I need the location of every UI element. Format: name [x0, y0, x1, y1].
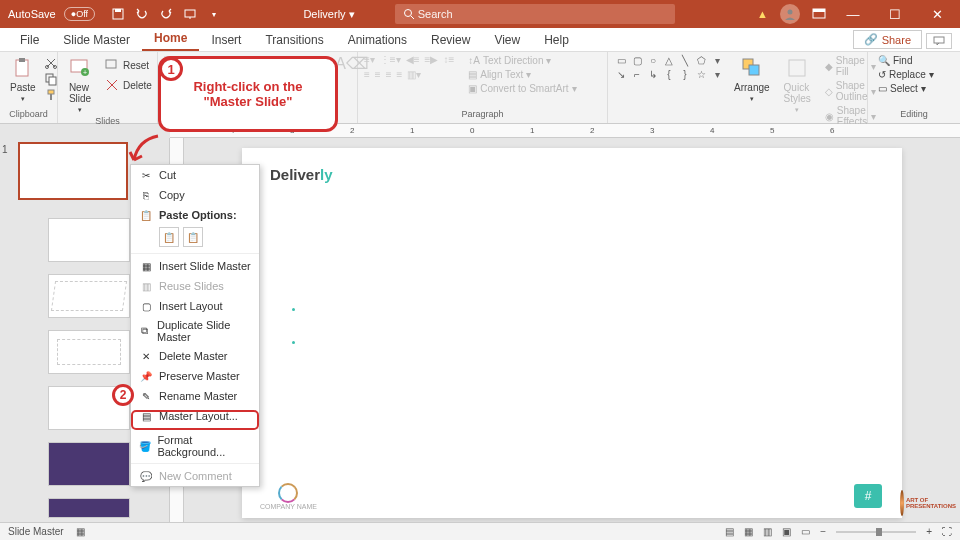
normal-view-icon[interactable]: ▦ [744, 526, 753, 537]
zoom-in-button[interactable]: + [926, 526, 932, 537]
ctx-insert-slide-master[interactable]: ▦Insert Slide Master [131, 256, 259, 276]
tab-file[interactable]: File [8, 29, 51, 51]
text-direction-button[interactable]: ↕AText Direction ▾ [464, 54, 580, 67]
master-layout-icon: ▤ [139, 409, 153, 423]
start-slideshow-icon[interactable] [183, 7, 197, 21]
slideshow-view-icon[interactable]: ▭ [801, 526, 810, 537]
fit-window-button[interactable]: ⛶ [942, 526, 952, 537]
line-spacing-icon[interactable]: ↕≡ [443, 54, 454, 65]
tab-view[interactable]: View [482, 29, 532, 51]
tab-insert[interactable]: Insert [199, 29, 253, 51]
redo-icon[interactable] [159, 7, 173, 21]
account-avatar[interactable] [780, 4, 800, 24]
group-slides: Slides [64, 116, 151, 128]
page-number-placeholder: # [854, 484, 882, 508]
format-painter-icon[interactable] [44, 88, 58, 102]
preserve-icon: 📌 [139, 369, 153, 383]
tab-animations[interactable]: Animations [336, 29, 419, 51]
ctx-master-layout[interactable]: ▤Master Layout... [131, 406, 259, 426]
delete-button[interactable]: Delete [100, 76, 156, 94]
notes-button-icon[interactable]: ▤ [725, 526, 734, 537]
svg-rect-1 [115, 9, 121, 12]
select-button[interactable]: ▭Select ▾ [874, 82, 930, 95]
company-logo: COMPANY NAME [260, 483, 317, 510]
bullets-icon[interactable]: ≡▾ [364, 54, 375, 65]
shapes-gallery[interactable]: ▭▢○△╲⬠▾ ↘⌐↳{}☆▾ [614, 54, 724, 80]
align-text-button[interactable]: ▤Align Text ▾ [464, 68, 580, 81]
group-paragraph: Paragraph [364, 109, 601, 121]
tab-transitions[interactable]: Transitions [253, 29, 335, 51]
align-center-icon[interactable]: ≡ [375, 69, 381, 80]
warning-icon[interactable]: ▲ [757, 8, 768, 20]
comments-button[interactable] [926, 33, 952, 49]
increase-indent-icon[interactable]: ≡▶ [425, 54, 439, 65]
share-button[interactable]: 🔗 Share [853, 30, 922, 49]
search-box[interactable]: Search [395, 4, 675, 24]
decrease-indent-icon[interactable]: ◀≡ [406, 54, 420, 65]
slide-canvas-area[interactable]: Deliverly COMPANY NAME # [184, 138, 960, 528]
numbering-icon[interactable]: ⋮≡▾ [380, 54, 401, 65]
paste-option-theme[interactable]: 📋 [159, 227, 179, 247]
ctx-format-background[interactable]: 🪣Format Background... [131, 431, 259, 461]
ctx-duplicate-master[interactable]: ⧉Duplicate Slide Master [131, 316, 259, 346]
layout-thumbnail-2[interactable] [48, 274, 130, 318]
paste-button[interactable]: Paste▾ [6, 54, 40, 105]
zoom-slider[interactable] [836, 531, 916, 533]
autosave-toggle[interactable]: ● Off [64, 7, 95, 21]
convert-smartart-button[interactable]: ▣Convert to SmartArt ▾ [464, 82, 580, 95]
svg-point-6 [788, 10, 793, 15]
svg-rect-23 [749, 65, 759, 75]
copy-icon[interactable] [44, 72, 58, 86]
arrange-button[interactable]: Arrange▾ [730, 54, 774, 105]
minimize-button[interactable]: — [838, 7, 868, 22]
maximize-button[interactable]: ☐ [880, 7, 910, 22]
reset-button[interactable]: Reset [100, 56, 156, 74]
align-right-icon[interactable]: ≡ [386, 69, 392, 80]
columns-icon[interactable]: ▥▾ [407, 69, 421, 80]
sorter-view-icon[interactable]: ▥ [763, 526, 772, 537]
svg-rect-8 [813, 9, 825, 12]
master-slide-canvas[interactable]: Deliverly COMPANY NAME # [242, 148, 902, 518]
document-title[interactable]: Deliverly ▾ [303, 8, 354, 21]
reading-view-icon[interactable]: ▣ [782, 526, 791, 537]
close-button[interactable]: ✕ [922, 7, 952, 22]
svg-rect-10 [16, 60, 28, 76]
ctx-delete-master[interactable]: ✕Delete Master [131, 346, 259, 366]
layout-thumbnail-3[interactable] [48, 330, 130, 374]
ribbon: Paste▾ Clipboard + New Slide▾ Reset Dele… [0, 52, 960, 124]
text-direction-icon: ↕A [468, 55, 480, 66]
cut-icon[interactable] [44, 56, 58, 70]
master-slide-thumbnail[interactable] [18, 142, 128, 200]
justify-icon[interactable]: ≡ [397, 69, 403, 80]
layout-thumbnail-6[interactable] [48, 498, 130, 518]
annotation-callout-1: 1 Right-click on the "Master Slide" [158, 56, 338, 132]
ribbon-display-icon[interactable] [812, 8, 826, 20]
format-bg-icon: 🪣 [139, 439, 151, 453]
ctx-copy[interactable]: ⎘Copy [131, 185, 259, 205]
save-icon[interactable] [111, 7, 125, 21]
quick-styles-button[interactable]: Quick Styles▾ [780, 54, 815, 116]
layout-thumbnail-5[interactable] [48, 442, 130, 486]
align-left-icon[interactable]: ≡ [364, 69, 370, 80]
replace-button[interactable]: ↺Replace ▾ [874, 68, 938, 81]
new-slide-button[interactable]: + New Slide▾ [64, 54, 96, 116]
svg-rect-16 [48, 90, 54, 94]
qat-dropdown-icon[interactable]: ▾ [207, 7, 221, 21]
tab-review[interactable]: Review [419, 29, 482, 51]
undo-icon[interactable] [135, 7, 149, 21]
ctx-preserve-master[interactable]: 📌Preserve Master [131, 366, 259, 386]
watermark: ART OF PRESENTATIONS [900, 488, 956, 518]
find-button[interactable]: 🔍Find [874, 54, 916, 67]
tab-slide-master[interactable]: Slide Master [51, 29, 142, 51]
ctx-reuse-slides: ▥Reuse Slides [131, 276, 259, 296]
zoom-out-button[interactable]: − [820, 526, 826, 537]
tab-home[interactable]: Home [142, 27, 199, 51]
copy-icon: ⎘ [139, 188, 153, 202]
ctx-insert-layout[interactable]: ▢Insert Layout [131, 296, 259, 316]
paste-option-source[interactable]: 📋 [183, 227, 203, 247]
ctx-rename-master[interactable]: ✎Rename Master [131, 386, 259, 406]
arrange-icon [740, 56, 764, 80]
layout-thumbnail-1[interactable] [48, 218, 130, 262]
accessibility-icon[interactable]: ▦ [76, 526, 85, 537]
tab-help[interactable]: Help [532, 29, 581, 51]
